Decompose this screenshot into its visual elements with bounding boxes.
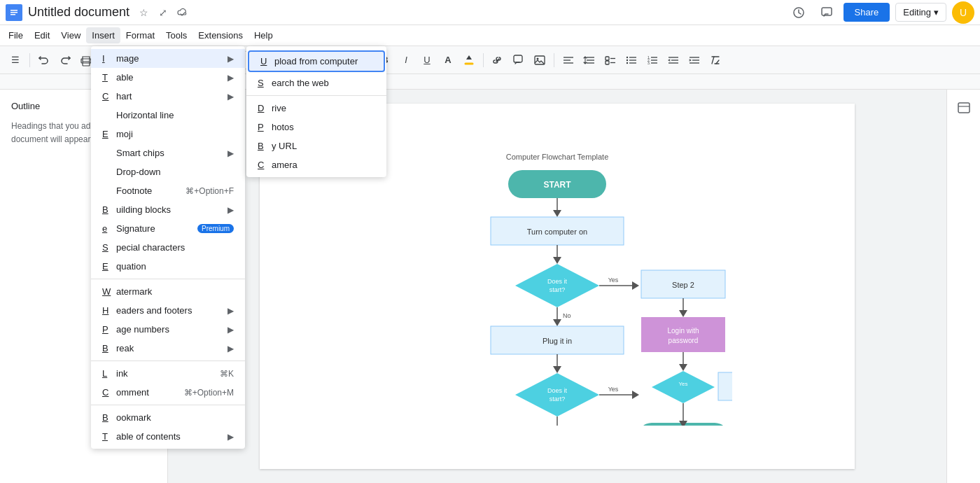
table-arrow: ▶ (227, 73, 234, 83)
line-spacing-button[interactable] (580, 50, 599, 70)
add-comment-button[interactable] (509, 50, 528, 70)
menu-format[interactable]: Format (120, 27, 160, 43)
link-button[interactable] (488, 50, 507, 70)
insert-special-item[interactable]: S pecial characters (91, 238, 245, 257)
svg-marker-75 (679, 364, 687, 371)
insert-footnote-item[interactable]: Footnote ⌘+Option+F (91, 181, 245, 200)
svg-marker-60 (515, 373, 599, 416)
bu-letter: B (258, 141, 272, 151)
tab-panel (946, 90, 980, 483)
font-color-button[interactable]: A (438, 50, 458, 70)
svg-text:Yes: Yes (678, 381, 687, 387)
history-icon[interactable] (788, 1, 810, 24)
smartchips-arrow: ▶ (227, 148, 234, 158)
indent-decrease-button[interactable] (664, 50, 683, 70)
premium-badge: Premium (197, 224, 234, 233)
svg-text:Yes: Yes (608, 386, 619, 393)
cam-letter: C (258, 160, 272, 170)
emoji-letter: E (102, 129, 116, 139)
svg-point-22 (626, 59, 628, 60)
menu-extensions[interactable]: Extensions (192, 27, 248, 43)
svg-text:Computer Flowchart Template: Computer Flowchart Template (506, 153, 609, 161)
underline-button[interactable]: U (417, 50, 437, 70)
dr-letter: D (258, 103, 272, 113)
insert-smartchips-item[interactable]: Smart chips ▶ (91, 144, 245, 162)
svg-rect-1 (10, 10, 18, 11)
insert-watermark-item[interactable]: W atermark (91, 282, 245, 301)
toc-arrow: ▶ (227, 432, 234, 442)
undo-button[interactable] (34, 50, 54, 70)
insert-esig-item[interactable]: e Signature Premium (91, 219, 245, 238)
insert-break-item[interactable]: B reak ▶ (91, 339, 245, 358)
numbered-list-button[interactable]: 1.2.3. (643, 50, 662, 70)
insert-dropdown-item[interactable]: Drop-down (91, 162, 245, 181)
move-icon[interactable]: ⤢ (155, 4, 172, 21)
wm-letter: W (102, 286, 116, 297)
svg-marker-76 (652, 371, 715, 403)
comments-icon[interactable] (816, 1, 838, 24)
search-web-item[interactable]: S earch the web (246, 74, 386, 92)
star-icon[interactable]: ☆ (135, 4, 152, 21)
editing-chevron-icon: ▾ (934, 7, 939, 18)
toc-letter: T (102, 431, 116, 442)
insert-toc-item[interactable]: T able of contents ▶ (91, 427, 245, 446)
image-arrow: ▶ (227, 54, 234, 64)
list-button[interactable] (622, 50, 641, 70)
insert-chart-item[interactable]: C hart ▶ (91, 87, 245, 106)
italic-button[interactable]: I (396, 50, 416, 70)
menu-divider-2 (91, 360, 245, 361)
insert-emoji-item[interactable]: E moji (91, 125, 245, 144)
menu-edit[interactable]: Edit (29, 27, 55, 43)
flowchart-container: Computer Flowchart Template START Turn c… (302, 146, 813, 426)
svg-marker-64 (632, 391, 639, 399)
insert-pagenumbers-item[interactable]: P age numbers ▶ (91, 320, 245, 339)
menu-view[interactable]: View (55, 27, 86, 43)
table-letter: T (102, 72, 116, 83)
insert-headers-item[interactable]: H eaders and footers ▶ (91, 301, 245, 320)
align-button[interactable] (559, 50, 578, 70)
svg-rect-16 (606, 57, 609, 60)
tab-icon-button[interactable] (951, 95, 976, 120)
insert-hline-item[interactable]: Horizontal line (91, 106, 245, 125)
insert-link-item[interactable]: L ink ⌘K (91, 364, 245, 383)
clear-format-button[interactable] (706, 50, 725, 70)
svg-marker-47 (515, 264, 599, 307)
insert-image-item[interactable]: I mage ▶ (91, 49, 245, 68)
menu-insert[interactable]: Insert (86, 27, 120, 43)
ul-letter: U (260, 56, 274, 66)
menu-toggle-button[interactable]: ☰ (6, 50, 25, 70)
by-url-item[interactable]: B y URL (246, 136, 386, 155)
svg-text:Does it: Does it (547, 387, 568, 394)
insert-building-item[interactable]: B uilding blocks ▶ (91, 200, 245, 219)
brk-letter: B (102, 343, 116, 354)
insert-equation-item[interactable]: E quation (91, 257, 245, 276)
link-shortcut: ⌘K (220, 369, 234, 379)
svg-text:START: START (543, 180, 571, 190)
insert-image-button[interactable] (530, 50, 550, 70)
share-button[interactable]: Share (844, 3, 890, 22)
menu-help[interactable]: Help (248, 27, 279, 43)
svg-rect-5 (83, 62, 90, 66)
upload-computer-item[interactable]: U pload from computer (248, 50, 385, 72)
special-letter: S (102, 242, 116, 253)
highlight-button[interactable] (459, 50, 479, 70)
redo-button[interactable] (55, 50, 75, 70)
checklist-button[interactable] (601, 50, 620, 70)
link-letter: L (102, 368, 116, 379)
insert-table-item[interactable]: T able ▶ (91, 68, 245, 87)
flowchart-svg: Computer Flowchart Template START Turn c… (382, 146, 732, 426)
svg-point-20 (626, 56, 628, 57)
photos-item[interactable]: P hotos (246, 118, 386, 136)
indent-increase-button[interactable] (685, 50, 704, 70)
drive-item[interactable]: D rive (246, 99, 386, 118)
user-avatar[interactable]: U (952, 1, 974, 24)
insert-comment-item[interactable]: C omment ⌘+Option+M (91, 383, 245, 402)
menu-tools[interactable]: Tools (160, 27, 192, 43)
svg-rect-3 (10, 14, 15, 15)
svg-text:No: No (563, 312, 571, 319)
camera-item[interactable]: C amera (246, 155, 386, 174)
cloud-status-icon[interactable] (174, 4, 191, 21)
menu-file[interactable]: File (3, 27, 29, 43)
insert-bookmark-item[interactable]: B ookmark (91, 408, 245, 427)
editing-mode-button[interactable]: Editing ▾ (895, 3, 946, 22)
